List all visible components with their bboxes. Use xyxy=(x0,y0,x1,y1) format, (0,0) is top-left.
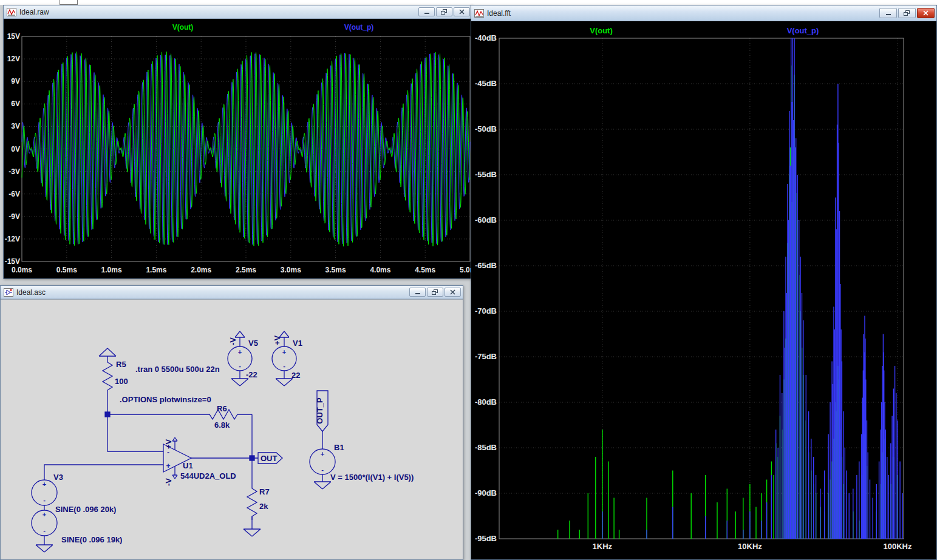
vminus-flag-icon[interactable] xyxy=(235,331,245,337)
plus-glyph: + xyxy=(238,348,242,356)
minimize-button[interactable] xyxy=(409,288,426,297)
x-tick-label: 3.0ms xyxy=(281,266,301,274)
y-tick-label: -12V xyxy=(5,235,20,243)
label-V3: V3 xyxy=(53,473,63,482)
x-tick-label: 4.5ms xyxy=(415,266,435,274)
y-tick-label: -3V xyxy=(9,167,20,176)
x-tick-label: 0.5ms xyxy=(56,266,77,274)
db-tick-label: -40dB xyxy=(475,33,497,42)
resistor-R5-symbol[interactable] xyxy=(103,356,112,390)
y-tick-label: -9V xyxy=(9,212,20,221)
db-tick-label: -80dB xyxy=(475,397,497,407)
junction-node xyxy=(250,456,254,460)
ground-symbol[interactable] xyxy=(231,379,248,386)
window-ideal-asc: Ideal.asc xyxy=(0,285,463,560)
value-R6: 6.8k xyxy=(214,420,230,430)
y-tick-label: 15V xyxy=(7,32,20,41)
window-ideal-fft: Ideal.fft -40dB-45dB-50dB-55dB-60dB-65dB… xyxy=(471,5,937,560)
label-U1: U1 xyxy=(183,461,193,470)
restore-button[interactable] xyxy=(898,8,916,18)
freq-tick-label: 100KHz xyxy=(883,542,911,551)
titlebar-ideal-fft[interactable]: Ideal.fft xyxy=(471,5,936,21)
value-V1: 22 xyxy=(291,371,300,380)
net-label-out-p: OUT_P xyxy=(315,397,324,424)
y-tick-label: 9V xyxy=(11,77,20,86)
x-tick-label: 2.5ms xyxy=(236,266,256,274)
restore-button[interactable] xyxy=(436,7,452,16)
opamp-vminus-arrow-icon xyxy=(172,475,177,479)
value-B1: V = 1500*(I(V1) + I(V5)) xyxy=(330,473,414,482)
close-button[interactable] xyxy=(454,7,470,16)
db-tick-label: -60dB xyxy=(475,215,497,224)
junction-node xyxy=(105,412,110,417)
net-label-vplus: +V xyxy=(273,335,282,345)
y-tick-label: -15V xyxy=(5,257,20,266)
plus-glyph: + xyxy=(43,511,46,518)
minus-glyph: - xyxy=(283,362,285,369)
toolbar-tab[interactable] xyxy=(60,0,78,5)
window-title-ideal-asc: Ideal.asc xyxy=(16,288,46,297)
y-tick-label: 6V xyxy=(11,100,20,108)
titlebar-ideal-asc[interactable]: Ideal.asc xyxy=(1,286,463,299)
db-tick-label: -75dB xyxy=(475,352,497,361)
x-tick-label: 0.0ms xyxy=(12,266,32,274)
y-tick-label: 12V xyxy=(7,55,20,63)
transient-plot[interactable]: 0.0ms15V0.5ms12V1.0ms9V1.5ms6V2.0ms3V2.5… xyxy=(4,19,472,278)
y-tick-label: 3V xyxy=(11,122,20,130)
y-tick-label: -6V xyxy=(9,190,20,198)
legend-V(out_p): V(out_p) xyxy=(344,23,374,32)
minus-glyph: - xyxy=(321,466,324,473)
label-V1: V1 xyxy=(293,339,302,348)
titlebar-ideal-raw[interactable]: Ideal.raw xyxy=(4,5,472,19)
value-R7: 2k xyxy=(259,502,268,511)
ground-symbol[interactable] xyxy=(314,482,331,489)
minimize-button[interactable] xyxy=(418,7,435,16)
close-button[interactable] xyxy=(445,288,461,297)
db-tick-label: -70dB xyxy=(475,306,497,315)
label-V5: V5 xyxy=(248,339,258,348)
resistor-R7-symbol[interactable] xyxy=(247,485,257,520)
opamp-vplus-label: +V xyxy=(164,439,173,449)
value-V3: SINE(0 .096 20k) xyxy=(55,505,116,514)
opamp-vminus-label: -V xyxy=(164,478,173,486)
x-tick-label: 1.0ms xyxy=(101,266,122,274)
ground-symbol[interactable] xyxy=(244,529,261,536)
opamp-vplus-arrow-icon xyxy=(172,437,177,441)
x-tick-label: 3.5ms xyxy=(325,266,346,274)
plus-glyph: + xyxy=(321,450,324,457)
db-tick-label: -55dB xyxy=(475,170,497,179)
x-tick-label: 5.0ms xyxy=(460,266,472,274)
ground-symbol[interactable] xyxy=(36,545,53,552)
directive-options: .OPTIONS plotwinsize=0 xyxy=(120,395,211,404)
port-flag-up-icon[interactable] xyxy=(99,348,116,356)
window-title-ideal-fft: Ideal.fft xyxy=(487,9,511,18)
opamp-inverting-input-glyph: - xyxy=(167,448,169,457)
db-tick-label: -85dB xyxy=(475,443,497,452)
freq-tick-label: 10KHz xyxy=(738,542,762,551)
fft-plot[interactable]: -40dB-45dB-50dB-55dB-60dB-65dB-70dB-75dB… xyxy=(471,21,936,559)
minus-glyph: - xyxy=(239,362,241,369)
legend-V(out): V(out) xyxy=(172,23,194,32)
db-tick-label: -65dB xyxy=(475,261,497,270)
net-label-out: OUT xyxy=(261,454,278,463)
schematic-canvas[interactable]: R5 100 .tran 0 5500u 500u 22n .OPTIONS p… xyxy=(1,300,463,559)
legend-V(out): V(out) xyxy=(590,26,613,35)
x-tick-label: 2.0ms xyxy=(191,266,211,274)
waveform-window-icon xyxy=(7,8,16,16)
window-title-ideal-raw: Ideal.raw xyxy=(19,8,49,16)
db-tick-label: -50dB xyxy=(475,124,497,133)
label-R7: R7 xyxy=(259,487,270,496)
waveform-window-icon xyxy=(474,9,484,18)
close-button[interactable] xyxy=(917,8,935,18)
ground-symbol[interactable] xyxy=(276,379,293,386)
label-R5: R5 xyxy=(116,360,126,369)
net-label-vminus: -V xyxy=(228,337,237,345)
restore-button[interactable] xyxy=(427,288,443,297)
db-tick-label: -45dB xyxy=(475,79,497,88)
minus-glyph: - xyxy=(43,527,46,534)
plus-glyph: + xyxy=(43,481,46,488)
window-ideal-raw: Ideal.raw 0.0ms15V0.5ms12V1.0ms9V1.5ms6V… xyxy=(3,5,472,279)
freq-tick-label: 1KHz xyxy=(593,542,613,551)
minimize-button[interactable] xyxy=(879,8,897,18)
x-tick-label: 4.0ms xyxy=(370,266,390,274)
